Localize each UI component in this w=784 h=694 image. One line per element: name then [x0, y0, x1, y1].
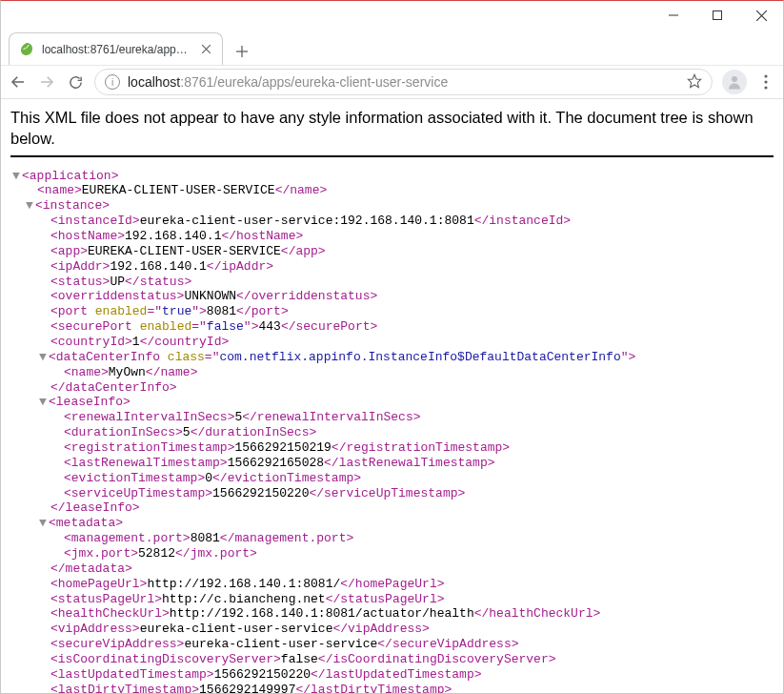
titlebar: [1, 1, 783, 30]
xml-lastUpdated: 1566292150220: [214, 667, 311, 682]
xml-statusPageUrl: http://c.biancheng.net: [162, 592, 326, 606]
svg-marker-10: [688, 74, 700, 87]
spring-favicon-icon: [19, 42, 34, 57]
disclosure-triangle-icon[interactable]: ▼: [39, 350, 49, 365]
disclosure-triangle-icon[interactable]: ▼: [26, 198, 35, 214]
xml-hostName: 192.168.140.1: [125, 229, 221, 243]
xml-port: 8081: [207, 304, 236, 318]
xml-lastRenewTs: 1566292165028: [228, 456, 324, 470]
xml-mgmt-port: 8081: [191, 531, 220, 545]
xml-overriddenstatus: UNKNOWN: [184, 289, 236, 303]
svg-point-14: [764, 86, 767, 89]
disclosure-triangle-icon[interactable]: ▼: [39, 516, 49, 531]
site-info-icon[interactable]: i: [105, 74, 120, 90]
chrome-menu-button[interactable]: [756, 72, 775, 92]
svg-point-11: [732, 76, 737, 82]
xml-dci-class: com.netflix.appinfo.InstanceInfo$Default…: [219, 350, 620, 364]
xml-isCoord: false: [281, 652, 318, 666]
xml-dci-name: MyOwn: [109, 365, 146, 379]
xml-jmx-port: 52812: [138, 546, 175, 561]
forward-button[interactable]: [37, 72, 56, 92]
new-tab-button[interactable]: [229, 38, 255, 65]
xml-instanceId: eureka-client-user-service:192.168.140.1…: [140, 214, 474, 228]
xml-countryId: 1: [132, 335, 140, 349]
xml-app: EUREKA-CLIENT-USER-SERVICE: [88, 244, 281, 258]
close-button[interactable]: [739, 1, 783, 30]
xml-securePort: 443: [258, 319, 280, 334]
xml-duration: 5: [183, 425, 191, 439]
xml-name: EUREKA-CLIENT-USER-SERVICE: [82, 183, 275, 197]
reload-button[interactable]: [66, 72, 85, 92]
minimize-button[interactable]: [652, 1, 695, 30]
svg-rect-1: [714, 11, 722, 20]
url-host: localhost: [128, 74, 180, 90]
xml-vipAddress: eureka-client-user-service: [140, 622, 333, 636]
xml-healthCheckUrl: http://192.168.140.1:8081/actuator/healt…: [170, 606, 474, 621]
xml-svcUpTs: 1566292150220: [212, 486, 309, 500]
xml-lastDirty: 1566292149997: [199, 683, 295, 694]
browser-window: localhost:8761/eureka/apps/e… i localhos…: [0, 0, 784, 694]
xml-ipAddr: 192.168.140.1: [110, 259, 206, 274]
profile-avatar[interactable]: [722, 70, 747, 94]
url-path: :8761/eureka/apps/eureka-client-user-ser…: [180, 74, 448, 90]
disclosure-triangle-icon[interactable]: ▼: [39, 395, 49, 410]
svg-point-12: [764, 74, 767, 77]
xml-tree: ▼<application> <name>EUREKA-CLIENT-USER-…: [10, 169, 774, 694]
back-button[interactable]: [9, 72, 28, 92]
xml-evictTs: 0: [205, 471, 212, 485]
xml-securePort-enabled: false: [207, 319, 244, 334]
xml-regTs: 1566292150219: [234, 440, 331, 455]
window-controls: [652, 1, 783, 30]
xml-warning-message: This XML file does not appear to have an…: [10, 107, 774, 157]
disclosure-triangle-icon[interactable]: ▼: [12, 169, 22, 184]
xml-port-enabled: true: [162, 304, 191, 318]
address-bar[interactable]: i localhost:8761/eureka/apps/eureka-clie…: [94, 69, 713, 95]
bookmark-star-icon[interactable]: [687, 73, 702, 92]
xml-status: UP: [110, 275, 125, 289]
xml-homePageUrl: http://192.168.140.1:8081/: [147, 577, 340, 591]
tab-strip: localhost:8761/eureka/apps/e…: [1, 29, 783, 65]
url-text: localhost:8761/eureka/apps/eureka-client…: [128, 74, 679, 90]
xml-secureVipAddress: eureka-client-user-service: [184, 637, 377, 651]
toolbar: i localhost:8761/eureka/apps/eureka-clie…: [1, 65, 783, 99]
xml-application-open: application: [30, 169, 111, 183]
content-area: This XML file does not appear to have an…: [1, 99, 783, 694]
svg-point-13: [764, 80, 767, 83]
tab-title: localhost:8761/eureka/apps/e…: [42, 43, 191, 56]
tab-close-icon[interactable]: [199, 43, 212, 56]
browser-tab[interactable]: localhost:8761/eureka/apps/e…: [9, 32, 223, 65]
maximize-button[interactable]: [695, 1, 739, 30]
